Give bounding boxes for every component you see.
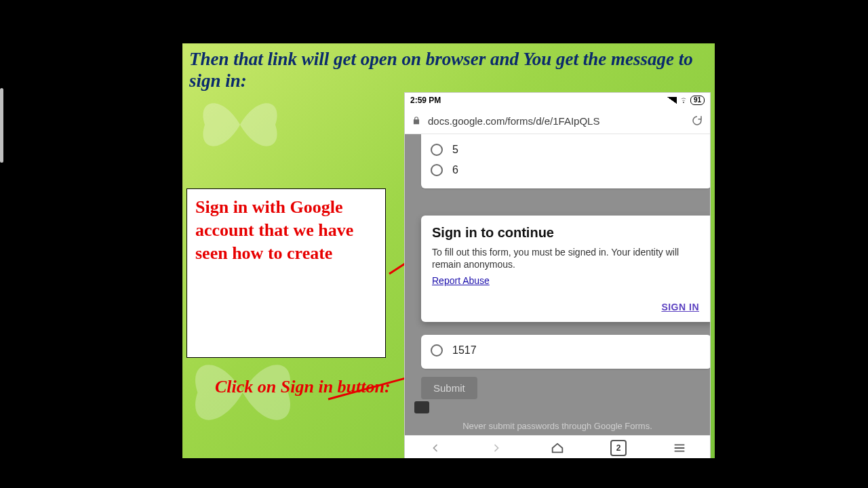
prompt-heading: Sign in to continue — [432, 225, 703, 241]
battery-indicator: 91 — [690, 96, 705, 105]
lock-icon — [412, 116, 421, 125]
nav-home-button[interactable] — [549, 439, 566, 457]
radio-option[interactable]: 1517 — [431, 340, 702, 361]
tab-count: 2 — [610, 440, 627, 456]
reload-icon[interactable] — [691, 115, 703, 127]
mobile-browser-screenshot: 2:59 PM 91 docs.google.com/forms/d/e/1FA… — [405, 93, 710, 458]
slide-title: Then that link will get open on browser … — [189, 49, 708, 92]
form-question-card: 1517 — [421, 335, 710, 369]
browser-url-bar[interactable]: docs.google.com/forms/d/e/1FAIpQLS — [405, 108, 710, 134]
page-content-dimmed: 5 6 1517 Submit Never submit passwords t… — [405, 134, 710, 435]
prompt-body: To fill out this form, you must be signe… — [432, 246, 703, 270]
option-label: 1517 — [452, 344, 477, 357]
callout-signin-instruction: Sign in with Google account that we have… — [186, 188, 386, 358]
radio-icon — [431, 164, 443, 176]
radio-icon — [431, 144, 443, 156]
signin-prompt-card: Sign in to continue To fill out this for… — [421, 216, 710, 322]
butterfly-decoration — [196, 84, 284, 165]
status-time: 2:59 PM — [410, 96, 441, 105]
nav-back-button[interactable] — [427, 439, 444, 457]
signal-icon — [667, 97, 677, 104]
option-label: 6 — [452, 164, 458, 176]
url-text: docs.google.com/forms/d/e/1FAIpQLS — [428, 115, 684, 127]
status-bar: 2:59 PM 91 — [405, 93, 710, 108]
nav-tabs-button[interactable]: 2 — [610, 439, 627, 457]
form-question-card: 5 6 — [421, 134, 710, 188]
radio-icon — [431, 344, 443, 357]
radio-option[interactable]: 6 — [431, 160, 702, 180]
video-progress-handle[interactable] — [0, 88, 3, 163]
option-label: 5 — [452, 144, 458, 156]
feedback-icon[interactable] — [414, 401, 429, 413]
nav-forward-button[interactable] — [488, 439, 505, 457]
browser-bottom-nav: 2 — [405, 435, 710, 458]
report-abuse-link[interactable]: Report Abuse — [432, 275, 490, 286]
wifi-icon — [679, 96, 688, 104]
tutorial-slide: Then that link will get open on browser … — [182, 43, 715, 458]
nav-menu-button[interactable] — [671, 439, 688, 457]
sign-in-button[interactable]: SIGN IN — [432, 299, 703, 315]
radio-option[interactable]: 5 — [431, 140, 702, 160]
submit-button[interactable]: Submit — [421, 377, 477, 399]
password-warning: Never submit passwords through Google Fo… — [421, 421, 694, 431]
callout-click-signin: Click on Sign in button: — [215, 375, 418, 399]
